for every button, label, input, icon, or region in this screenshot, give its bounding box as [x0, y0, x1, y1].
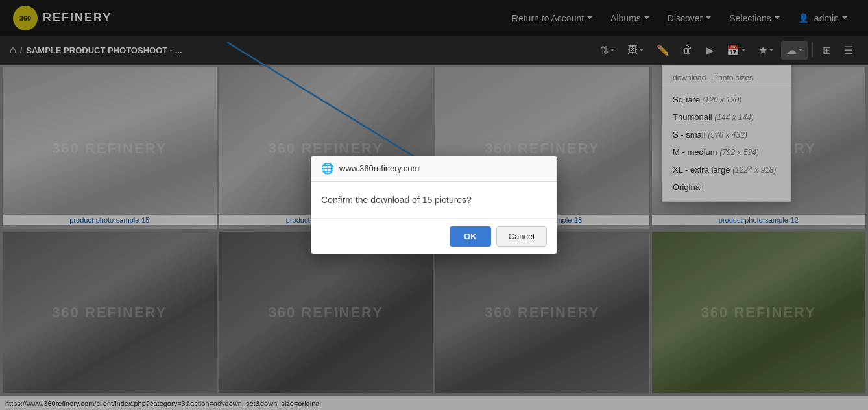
modal-header: 🌐 www.360refinery.com	[311, 156, 557, 182]
modal-body: Confirm the download of 15 pictures?	[311, 182, 557, 218]
modal-overlay: 🌐 www.360refinery.com Confirm the downlo…	[0, 0, 868, 410]
globe-icon: 🌐	[321, 162, 334, 175]
modal-footer: OK Cancel	[311, 218, 557, 254]
cancel-button[interactable]: Cancel	[496, 226, 547, 247]
modal-message: Confirm the download of 15 pictures?	[321, 195, 472, 205]
modal-site: www.360refinery.com	[339, 163, 419, 173]
modal-dialog: 🌐 www.360refinery.com Confirm the downlo…	[311, 156, 557, 254]
ok-button[interactable]: OK	[450, 226, 491, 247]
